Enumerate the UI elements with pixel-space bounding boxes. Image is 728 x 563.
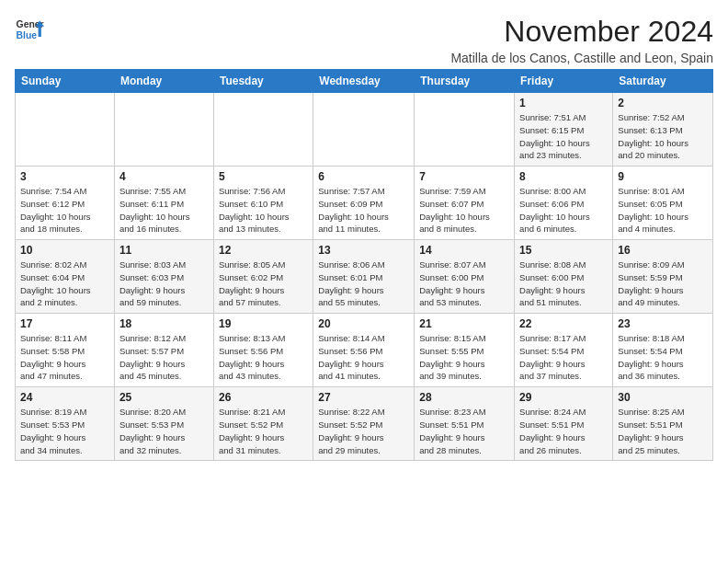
day-info: Sunrise: 7:52 AM Sunset: 6:13 PM Dayligh… [618,111,708,162]
calendar-cell: 9Sunrise: 8:01 AM Sunset: 6:05 PM Daylig… [613,167,713,240]
week-row-3: 17Sunrise: 8:11 AM Sunset: 5:58 PM Dayli… [16,314,713,387]
calendar-cell [313,93,415,167]
logo-icon: General Blue [15,15,44,44]
day-info: Sunrise: 7:59 AM Sunset: 6:07 PM Dayligh… [419,185,509,236]
day-info: Sunrise: 8:02 AM Sunset: 6:04 PM Dayligh… [20,259,109,309]
calendar-cell: 24Sunrise: 8:19 AM Sunset: 5:53 PM Dayli… [16,387,115,461]
day-number: 30 [618,391,708,404]
day-number: 2 [618,97,708,109]
day-info: Sunrise: 8:05 AM Sunset: 6:02 PM Dayligh… [219,259,308,309]
calendar-cell: 8Sunrise: 8:00 AM Sunset: 6:06 PM Daylig… [515,167,613,240]
day-number: 26 [219,391,308,404]
calendar-cell: 19Sunrise: 8:13 AM Sunset: 5:56 PM Dayli… [213,314,313,387]
day-info: Sunrise: 8:09 AM Sunset: 5:59 PM Dayligh… [618,259,708,309]
calendar-cell: 26Sunrise: 8:21 AM Sunset: 5:52 PM Dayli… [213,387,313,461]
calendar-cell [415,93,515,167]
week-row-2: 10Sunrise: 8:02 AM Sunset: 6:04 PM Dayli… [16,240,713,314]
day-info: Sunrise: 7:56 AM Sunset: 6:10 PM Dayligh… [219,185,308,236]
day-info: Sunrise: 8:00 AM Sunset: 6:06 PM Dayligh… [519,185,608,236]
day-info: Sunrise: 8:13 AM Sunset: 5:56 PM Dayligh… [219,332,308,383]
calendar-cell: 2Sunrise: 7:52 AM Sunset: 6:13 PM Daylig… [613,93,713,167]
calendar-cell: 28Sunrise: 8:23 AM Sunset: 5:51 PM Dayli… [415,387,515,461]
week-row-4: 24Sunrise: 8:19 AM Sunset: 5:53 PM Dayli… [16,387,713,461]
day-number: 19 [219,317,308,330]
day-number: 29 [519,391,608,404]
weekday-header-friday: Friday [515,70,613,93]
day-number: 7 [419,170,509,183]
calendar-cell: 25Sunrise: 8:20 AM Sunset: 5:53 PM Dayli… [114,387,213,461]
day-info: Sunrise: 8:12 AM Sunset: 5:57 PM Dayligh… [119,332,209,383]
day-info: Sunrise: 7:51 AM Sunset: 6:15 PM Dayligh… [519,111,608,162]
day-number: 13 [318,244,409,257]
calendar-cell: 16Sunrise: 8:09 AM Sunset: 5:59 PM Dayli… [613,240,713,314]
calendar-cell: 13Sunrise: 8:06 AM Sunset: 6:01 PM Dayli… [313,240,415,314]
calendar-cell: 1Sunrise: 7:51 AM Sunset: 6:15 PM Daylig… [515,93,613,167]
day-number: 21 [419,317,509,330]
title-area: November 2024 Matilla de los Canos, Cast… [450,15,713,65]
day-number: 8 [519,170,608,183]
calendar-cell: 30Sunrise: 8:25 AM Sunset: 5:51 PM Dayli… [613,387,713,461]
day-info: Sunrise: 8:17 AM Sunset: 5:54 PM Dayligh… [519,332,608,383]
day-info: Sunrise: 8:14 AM Sunset: 5:56 PM Dayligh… [318,332,409,383]
day-info: Sunrise: 7:55 AM Sunset: 6:11 PM Dayligh… [119,185,209,236]
day-number: 27 [318,391,409,404]
weekday-header-wednesday: Wednesday [313,70,415,93]
calendar-cell [16,93,115,167]
day-info: Sunrise: 8:19 AM Sunset: 5:53 PM Dayligh… [20,406,109,456]
calendar-cell: 18Sunrise: 8:12 AM Sunset: 5:57 PM Dayli… [114,314,213,387]
calendar-cell: 12Sunrise: 8:05 AM Sunset: 6:02 PM Dayli… [213,240,313,314]
day-number: 20 [318,317,409,330]
day-info: Sunrise: 7:57 AM Sunset: 6:09 PM Dayligh… [318,185,409,236]
month-title: November 2024 [450,15,713,49]
day-info: Sunrise: 8:15 AM Sunset: 5:55 PM Dayligh… [419,332,509,383]
day-info: Sunrise: 8:06 AM Sunset: 6:01 PM Dayligh… [318,259,409,309]
calendar-cell: 6Sunrise: 7:57 AM Sunset: 6:09 PM Daylig… [313,167,415,240]
calendar-cell: 21Sunrise: 8:15 AM Sunset: 5:55 PM Dayli… [415,314,515,387]
day-number: 12 [219,244,308,257]
calendar-cell: 4Sunrise: 7:55 AM Sunset: 6:11 PM Daylig… [114,167,213,240]
day-number: 5 [219,170,308,183]
day-number: 1 [519,97,608,109]
weekday-header-row: SundayMondayTuesdayWednesdayThursdayFrid… [16,70,713,93]
calendar-cell: 7Sunrise: 7:59 AM Sunset: 6:07 PM Daylig… [415,167,515,240]
weekday-header-saturday: Saturday [613,70,713,93]
day-info: Sunrise: 8:25 AM Sunset: 5:51 PM Dayligh… [618,406,708,456]
calendar-cell: 27Sunrise: 8:22 AM Sunset: 5:52 PM Dayli… [313,387,415,461]
day-number: 10 [20,244,109,257]
weekday-header-monday: Monday [114,70,213,93]
day-info: Sunrise: 8:11 AM Sunset: 5:58 PM Dayligh… [20,332,109,383]
day-number: 23 [618,317,708,330]
day-number: 28 [419,391,509,404]
day-info: Sunrise: 8:03 AM Sunset: 6:03 PM Dayligh… [119,259,209,309]
calendar-cell: 22Sunrise: 8:17 AM Sunset: 5:54 PM Dayli… [515,314,613,387]
day-number: 6 [318,170,409,183]
calendar-cell: 29Sunrise: 8:24 AM Sunset: 5:51 PM Dayli… [515,387,613,461]
logo: General Blue [15,15,44,44]
day-number: 24 [20,391,109,404]
calendar-cell [114,93,213,167]
weekday-header-thursday: Thursday [415,70,515,93]
calendar-cell: 23Sunrise: 8:18 AM Sunset: 5:54 PM Dayli… [613,314,713,387]
day-number: 25 [119,391,209,404]
day-number: 17 [20,317,109,330]
day-info: Sunrise: 8:18 AM Sunset: 5:54 PM Dayligh… [618,332,708,383]
day-number: 16 [618,244,708,257]
calendar-cell: 3Sunrise: 7:54 AM Sunset: 6:12 PM Daylig… [16,167,115,240]
day-number: 15 [519,244,608,257]
header: General Blue November 2024 Matilla de lo… [15,15,713,65]
calendar-cell: 20Sunrise: 8:14 AM Sunset: 5:56 PM Dayli… [313,314,415,387]
day-info: Sunrise: 8:01 AM Sunset: 6:05 PM Dayligh… [618,185,708,236]
weekday-header-sunday: Sunday [16,70,115,93]
day-number: 9 [618,170,708,183]
calendar-cell: 11Sunrise: 8:03 AM Sunset: 6:03 PM Dayli… [114,240,213,314]
day-info: Sunrise: 8:24 AM Sunset: 5:51 PM Dayligh… [519,406,608,456]
weekday-header-tuesday: Tuesday [213,70,313,93]
day-number: 3 [20,170,109,183]
week-row-0: 1Sunrise: 7:51 AM Sunset: 6:15 PM Daylig… [16,93,713,167]
day-info: Sunrise: 8:22 AM Sunset: 5:52 PM Dayligh… [318,406,409,456]
day-number: 14 [419,244,509,257]
day-info: Sunrise: 7:54 AM Sunset: 6:12 PM Dayligh… [20,185,109,236]
day-number: 22 [519,317,608,330]
day-number: 11 [119,244,209,257]
day-info: Sunrise: 8:08 AM Sunset: 6:00 PM Dayligh… [519,259,608,309]
